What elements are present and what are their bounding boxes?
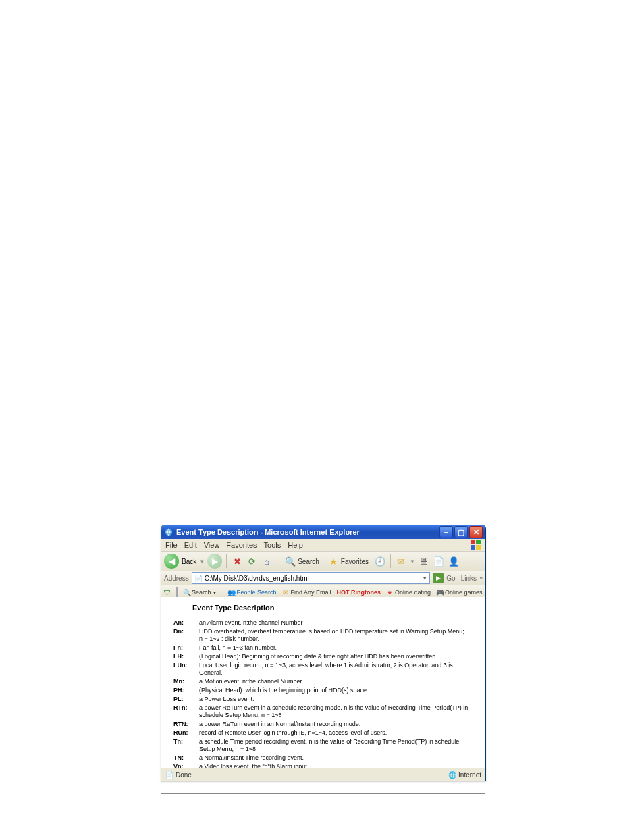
titlebar: Event Type Description - Microsoft Inter… [161, 525, 485, 539]
table-row: RUn:record of Remote User login through … [173, 729, 473, 737]
event-key: RUn: [173, 729, 199, 737]
event-desc: Local User login record; n = 1~3, access… [199, 661, 473, 677]
forward-button[interactable]: ▶ [207, 554, 222, 569]
table-row: Fn:Fan fail, n = 1~3 fan number. [173, 644, 473, 652]
table-row: LUn:Local User login record; n = 1~3, ac… [173, 661, 473, 677]
table-row: PH:(Physical Head): which is the beginni… [173, 686, 473, 695]
event-key: Dn: [173, 627, 199, 644]
table-row: TN:a Normal/Instant Time recording event… [173, 754, 473, 762]
stop-icon[interactable]: ✖ [231, 555, 243, 567]
table-row: LH:(Logical Head): Beginning of recordin… [173, 652, 473, 661]
event-key: RTN: [173, 720, 199, 729]
heart-icon: ♥ [386, 589, 394, 596]
go-button[interactable]: ▶ [433, 573, 444, 583]
windows-logo-icon [471, 540, 481, 550]
print-icon[interactable]: 🖶 [418, 555, 430, 567]
search-icon: 🔍 [284, 555, 296, 567]
menu-tools[interactable]: Tools [264, 541, 281, 549]
page-content: Event Type Description An:an Alarm event… [161, 597, 485, 768]
menu-favorites[interactable]: Favorites [226, 541, 257, 549]
event-key: LUn: [173, 661, 199, 677]
history-icon[interactable]: 🕘 [374, 555, 386, 567]
back-button[interactable]: ◀ [164, 554, 179, 569]
event-key: RTn: [173, 704, 199, 720]
games-link[interactable]: 🎮Online games [436, 589, 483, 596]
page-divider [161, 793, 485, 794]
search-button[interactable]: 🔍Search [281, 555, 322, 567]
find-email-link[interactable]: ✉Find Any Email [282, 589, 331, 596]
toolbar-search-button[interactable]: 🔍Search▼ [183, 589, 217, 596]
table-row: PL:a Power Loss event. [173, 695, 473, 704]
address-bar: Address 📄 C:\My Disk\D3\dvrdvs_english.h… [161, 571, 485, 585]
event-key: TN: [173, 754, 199, 762]
address-label: Address [164, 575, 189, 582]
menu-view[interactable]: View [204, 541, 220, 549]
menubar: File Edit View Favorites Tools Help [161, 539, 485, 552]
event-desc: record of Remote User login through IE, … [199, 729, 473, 737]
chevron-down-icon[interactable]: ▼ [410, 558, 415, 565]
menu-file[interactable]: File [165, 541, 178, 549]
browser-window: Event Type Description - Microsoft Inter… [161, 525, 486, 781]
favorites-button[interactable]: ★Favorites [325, 555, 371, 567]
table-row: RTN:a power ReTurn event in an Normal/In… [173, 720, 473, 729]
address-input[interactable]: 📄 C:\My Disk\D3\dvrdvs_english.html ▼ [192, 572, 431, 584]
dating-link[interactable]: ♥Online dating [386, 589, 431, 596]
statusbar: 📄 Done 🌐 Internet [161, 768, 485, 781]
table-row: An:an Alarm event. n:the channel Number [173, 619, 473, 627]
event-key: Mn: [173, 677, 199, 686]
refresh-icon[interactable]: ⟳ [246, 555, 258, 567]
toolbar: ◀ Back ▼ ▶ ✖ ⟳ ⌂ 🔍Search ★Favorites 🕘 ✉ … [161, 552, 485, 571]
expand-icon[interactable]: » [479, 575, 483, 581]
edit-icon[interactable]: 📄 [433, 555, 445, 567]
back-label: Back [182, 558, 196, 565]
globe-icon: 🌐 [448, 771, 456, 779]
toolbar-search-input[interactable] [176, 587, 178, 598]
event-key: PL: [173, 695, 199, 704]
mail-icon: ✉ [282, 589, 290, 596]
event-desc: HDD overheated, overheat temperature is … [199, 627, 473, 644]
mail-icon[interactable]: ✉ [395, 555, 407, 567]
chevron-down-icon[interactable]: ▼ [422, 575, 427, 581]
event-desc: a power ReTurn event in an Normal/Instan… [199, 720, 473, 729]
event-desc: (Physical Head): which is the beginning … [199, 686, 473, 695]
event-desc: (Logical Head): Beginning of recording d… [199, 652, 473, 661]
minimize-button[interactable]: – [439, 526, 453, 538]
event-desc: a Motion event. n:the channel Number [199, 677, 473, 686]
maximize-button[interactable]: ▢ [454, 526, 468, 538]
status-left-icon: 📄 [165, 771, 173, 779]
links-label[interactable]: Links [461, 575, 477, 582]
game-icon: 🎮 [436, 589, 444, 596]
home-icon[interactable]: ⌂ [261, 555, 273, 567]
event-desc: an Alarm event. n:the channel Number [199, 619, 473, 627]
event-table: An:an Alarm event. n:the channel NumberD… [173, 619, 473, 768]
star-icon: ★ [327, 555, 340, 567]
ie-icon [164, 527, 173, 537]
event-desc: a Normal/Instant Time recording event. [199, 754, 473, 762]
status-left: Done [176, 771, 192, 779]
shield-icon: 🛡 [164, 589, 171, 596]
menu-edit[interactable]: Edit [184, 541, 197, 549]
people-search-link[interactable]: 👥People Search [227, 589, 276, 596]
event-key: Tn: [173, 737, 199, 754]
status-right: Internet [458, 771, 481, 779]
event-key: Fn: [173, 644, 199, 652]
event-desc: Fan fail, n = 1~3 fan number. [199, 644, 473, 652]
event-desc: a Power Loss event. [199, 695, 473, 704]
address-url: C:\My Disk\D3\dvrdvs_english.html [205, 575, 309, 582]
event-desc: a schedule Time period recording event. … [199, 737, 473, 754]
search-icon: 🔍 [183, 589, 190, 596]
event-key: PH: [173, 686, 199, 695]
ringtones-link[interactable]: HOT Ringtones [337, 589, 381, 596]
messenger-icon[interactable]: 👤 [448, 555, 460, 567]
people-icon: 👥 [227, 589, 235, 596]
go-label: Go [446, 575, 455, 582]
page-heading: Event Type Description [192, 604, 473, 612]
window-title: Event Type Description - Microsoft Inter… [176, 528, 360, 536]
menu-help[interactable]: Help [288, 541, 303, 549]
close-button[interactable]: ✕ [469, 526, 483, 538]
event-key: LH: [173, 652, 199, 661]
event-key: An: [173, 619, 199, 627]
chevron-down-icon[interactable]: ▼ [199, 558, 205, 565]
page-icon: 📄 [194, 575, 203, 582]
event-desc: a power ReTurn event in a schedule recor… [199, 704, 473, 720]
